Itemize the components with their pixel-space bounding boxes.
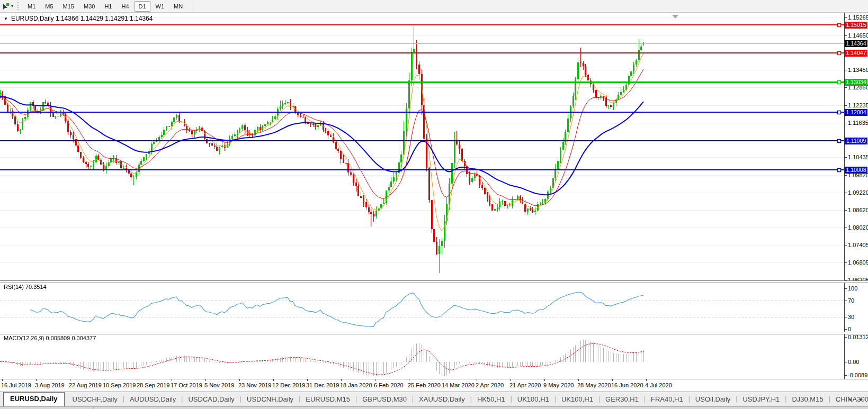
dropdown-caret-icon[interactable]: ▾ [11, 4, 13, 8]
rsi-tick-label: 30 [848, 314, 854, 321]
tab-eurusd-m15[interactable]: EURUSD,M15 [300, 393, 355, 406]
date-tick-label[interactable]: 28 Sep 2019 [137, 382, 169, 388]
date-tick-label[interactable]: 25 Feb 2020 [408, 382, 441, 388]
price-tick-label: 1.13450 [848, 67, 868, 74]
timeframe-button-m5[interactable]: M5 [41, 1, 57, 12]
tab-dj30-m15[interactable]: DJ30,M15 [786, 393, 828, 406]
date-axis[interactable]: 16 Jul 20193 Aug 201922 Aug 201910 Sep 2… [0, 379, 844, 392]
price-level-label: 1.11009 [845, 138, 867, 144]
timeframe-button-m1[interactable]: M1 [23, 1, 40, 12]
tab-usoil-daily[interactable]: USOil,Daily [690, 393, 736, 406]
timeframe-button-m30[interactable]: M30 [79, 1, 99, 12]
symbol-dropdown-icon: ▼ [4, 16, 8, 21]
rsi-tick-label: 70 [848, 297, 854, 304]
date-tick-label[interactable]: 28 May 2020 [577, 382, 611, 388]
timeframe-button-d1[interactable]: D1 [135, 1, 150, 12]
timeframe-button-w1[interactable]: W1 [151, 1, 169, 12]
tab-usdcnh-daily[interactable]: USDCNH,Daily [241, 393, 299, 406]
bid-price-label: 1.14364 [845, 40, 867, 47]
timeframe-toolbar: M1M5M15M30H1H4D1W1MN [23, 1, 188, 12]
chart-canvas[interactable] [0, 13, 844, 379]
price-level-label: 1.15015 [845, 22, 867, 29]
rsi-tick-label: 100 [848, 285, 857, 292]
date-tick-label[interactable]: 4 Jul 2020 [645, 382, 672, 388]
toolbar-separator [193, 2, 193, 11]
status-bar [0, 406, 868, 409]
tab-scroll-right-icon[interactable]: ► [859, 397, 864, 402]
tab-ger30-h1[interactable]: GER30,H1 [600, 393, 644, 406]
chart-title-text: EURUSD,Daily 1.14366 1.14429 1.14291 1.1… [11, 15, 153, 22]
price-tick-label: 1.12235 [848, 102, 868, 109]
date-tick-label[interactable]: 18 Jan 2020 [340, 382, 372, 388]
chart-shift-marker-icon[interactable] [672, 15, 678, 19]
tab-bar: EURUSD,DailyUSDCHF,Daily|AUDUSD,Daily|US… [0, 392, 868, 406]
price-tick-label: 1.08620 [848, 207, 868, 214]
macd-tick-label: 0.013121 [848, 334, 868, 341]
timeframe-button-m15[interactable]: M15 [59, 1, 78, 12]
timeframe-button-h4[interactable]: H4 [117, 1, 133, 12]
date-tick-label[interactable]: 9 May 2020 [543, 382, 574, 388]
date-tick-label[interactable]: 16 Jun 2020 [611, 382, 643, 388]
crosshair-tool-button[interactable]: ▾ [0, 1, 15, 12]
date-tick-label[interactable]: 3 Aug 2019 [35, 382, 65, 388]
price-tick-label: 1.07405 [848, 242, 868, 249]
date-tick-label[interactable]: 12 Dec 2019 [272, 382, 305, 388]
date-tick-label[interactable]: 17 Oct 2019 [171, 382, 202, 388]
trading-terminal-window: ▾ M1M5M15M30H1H4D1W1MN ▼ EURUSD,Daily 1.… [0, 0, 868, 409]
price-level-label: 1.10008 [845, 167, 867, 174]
price-tick-label: 1.08020 [848, 224, 868, 231]
timeframe-button-h1[interactable]: H1 [100, 1, 116, 12]
date-tick-label[interactable]: 31 Dec 2019 [306, 382, 339, 388]
tab-fra40-h1[interactable]: FRA40,H1 [646, 393, 688, 406]
date-tick-label[interactable]: 10 Sep 2019 [103, 382, 136, 388]
tab-usdjpy-h1[interactable]: USDJPY,H1 [737, 393, 785, 406]
macd-tick-label: 0.00 [848, 359, 859, 366]
price-tick-label: 1.15265 [848, 14, 868, 21]
macd-tick-label: -0.008933 [848, 372, 868, 379]
tab-uk100-h1[interactable]: UK100,H1 [512, 393, 554, 406]
timeframe-button-mn[interactable]: MN [169, 1, 187, 12]
date-tick-label[interactable]: 6 Feb 2020 [374, 382, 404, 388]
tab-uk100-h1[interactable]: UK100,H1 [556, 393, 598, 406]
tab-audusd-daily[interactable]: AUDUSD,Daily [124, 393, 181, 406]
tab-usdcad-daily[interactable]: USDCAD,Daily [183, 393, 239, 406]
price-tick-label: 1.14650 [848, 32, 868, 39]
pointer-tool-icon [2, 2, 10, 11]
price-tick-label: 1.11635 [848, 120, 868, 126]
toolbar: ▾ M1M5M15M30H1H4D1W1MN [0, 0, 868, 13]
date-tick-label[interactable]: 22 Aug 2019 [69, 382, 102, 388]
tab-eurusd-daily[interactable]: EURUSD,Daily [3, 392, 65, 406]
tab-hk50-h1[interactable]: HK50,H1 [472, 393, 511, 406]
rsi-label: RSI(14) 70.3514 [4, 284, 47, 290]
date-tick-label[interactable]: 5 Nov 2019 [204, 382, 234, 388]
chart-title: ▼ EURUSD,Daily 1.14366 1.14429 1.14291 1… [4, 15, 153, 22]
price-level-label: 1.13034 [845, 79, 867, 86]
date-tick-label[interactable]: 16 Jul 2019 [1, 382, 31, 388]
date-tick-label[interactable]: 14 Mar 2020 [442, 382, 475, 388]
price-level-label: 1.14047 [845, 50, 867, 57]
tab-list: EURUSD,DailyUSDCHF,Daily|AUDUSD,Daily|US… [0, 392, 868, 406]
tab-xauusd-daily[interactable]: XAUUSD,Daily [414, 393, 470, 406]
price-axis[interactable]: 1.152651.146501.134501.128501.122351.116… [845, 13, 868, 379]
price-level-label: 1.12004 [845, 109, 867, 116]
date-tick-label[interactable]: 2 Apr 2020 [476, 382, 504, 388]
panel-separator[interactable] [0, 280, 868, 283]
tab-scroll-left-icon[interactable]: ◄ [847, 397, 852, 402]
price-tick-label: 1.09220 [848, 189, 868, 196]
panel-separator[interactable] [0, 332, 868, 334]
macd-label: MACD(12,26,9) 0.005809 0.004377 [4, 335, 96, 341]
tab-gbpusd-m30[interactable]: GBPUSD,M30 [357, 393, 412, 406]
chart-bottom-border [0, 379, 868, 379]
price-tick-label: 1.10435 [848, 154, 868, 161]
date-tick-label[interactable]: 21 Apr 2020 [509, 382, 541, 388]
price-tick-label: 1.06805 [848, 259, 868, 266]
tab-usdchf-daily[interactable]: USDCHF,Daily [67, 393, 123, 406]
toolbar-grip[interactable] [17, 2, 19, 10]
tab-scroll-arrows: ◄ ► [847, 397, 864, 402]
date-tick-label[interactable]: 23 Nov 2019 [238, 382, 271, 388]
